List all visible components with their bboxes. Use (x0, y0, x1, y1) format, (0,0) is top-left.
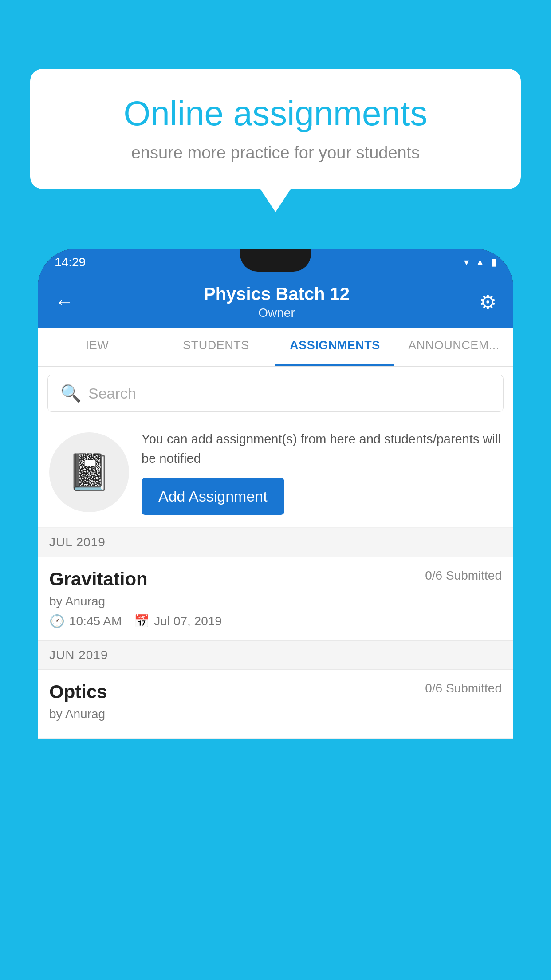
assignment-optics[interactable]: Optics 0/6 Submitted by Anurag (38, 670, 513, 739)
status-time: 14:29 (55, 255, 86, 269)
wifi-icon: ▾ (464, 257, 469, 268)
section-header-jul: JUL 2019 (38, 528, 513, 557)
search-icon: 🔍 (60, 383, 81, 403)
tab-announcements[interactable]: ANNOUNCEM... (394, 328, 513, 366)
tab-assignments[interactable]: ASSIGNMENTS (276, 328, 394, 366)
search-bar-container: 🔍 Search (38, 367, 513, 420)
status-icons: ▾ ▲ ▮ (464, 257, 496, 268)
assignment-submitted-optics: 0/6 Submitted (425, 681, 502, 695)
assignment-gravitation[interactable]: Gravitation 0/6 Submitted by Anurag 🕐 10… (38, 557, 513, 640)
calendar-icon: 📅 (134, 614, 150, 628)
battery-icon: ▮ (491, 257, 496, 268)
assignment-meta-gravitation: 🕐 10:45 AM 📅 Jul 07, 2019 (49, 614, 502, 628)
assignment-time-gravitation: 🕐 10:45 AM (49, 614, 122, 628)
assignment-row1: Gravitation 0/6 Submitted (49, 569, 502, 590)
bubble-subtitle: ensure more practice for your students (57, 143, 494, 162)
notch (240, 249, 311, 272)
clock-icon: 🕐 (49, 614, 65, 628)
back-button[interactable]: ← (55, 291, 74, 313)
notebook-icon: 📓 (67, 451, 111, 493)
assignment-author-optics: by Anurag (49, 707, 502, 721)
assignment-promo: 📓 You can add assignment(s) from here an… (38, 420, 513, 528)
search-bar[interactable]: 🔍 Search (47, 375, 504, 412)
section-header-jun: JUN 2019 (38, 640, 513, 670)
promo-description: You can add assignment(s) from here and … (142, 430, 502, 468)
batch-title: Physics Batch 12 (74, 284, 479, 304)
app-bar: ← Physics Batch 12 Owner ⚙ (38, 276, 513, 328)
assignment-author-gravitation: by Anurag (49, 594, 502, 609)
speech-bubble-container: Online assignments ensure more practice … (30, 69, 521, 189)
phone-frame: 14:29 ▾ ▲ ▮ ← Physics Batch 12 Owner ⚙ I… (38, 249, 513, 739)
status-bar: 14:29 ▾ ▲ ▮ (38, 249, 513, 276)
owner-subtitle: Owner (74, 306, 479, 320)
notebook-icon-circle: 📓 (49, 432, 129, 512)
bubble-title: Online assignments (57, 93, 494, 134)
settings-icon[interactable]: ⚙ (479, 291, 496, 313)
search-placeholder: Search (88, 385, 136, 402)
tab-students[interactable]: STUDENTS (157, 328, 276, 366)
assignment-name-optics: Optics (49, 681, 107, 703)
app-bar-title: Physics Batch 12 Owner (74, 284, 479, 320)
assignment-submitted-gravitation: 0/6 Submitted (425, 569, 502, 583)
add-assignment-button[interactable]: Add Assignment (142, 478, 284, 515)
assignment-row1-optics: Optics 0/6 Submitted (49, 681, 502, 703)
tab-iew[interactable]: IEW (38, 328, 157, 366)
assignment-name-gravitation: Gravitation (49, 569, 148, 590)
tab-bar: IEW STUDENTS ASSIGNMENTS ANNOUNCEM... (38, 328, 513, 367)
assignment-date-gravitation: 📅 Jul 07, 2019 (134, 614, 222, 628)
signal-icon: ▲ (475, 257, 485, 268)
app-content: 🔍 Search 📓 You can add assignment(s) fro… (38, 367, 513, 739)
speech-bubble: Online assignments ensure more practice … (30, 69, 521, 189)
promo-right: You can add assignment(s) from here and … (142, 430, 502, 515)
phone-container: 14:29 ▾ ▲ ▮ ← Physics Batch 12 Owner ⚙ I… (38, 249, 513, 980)
